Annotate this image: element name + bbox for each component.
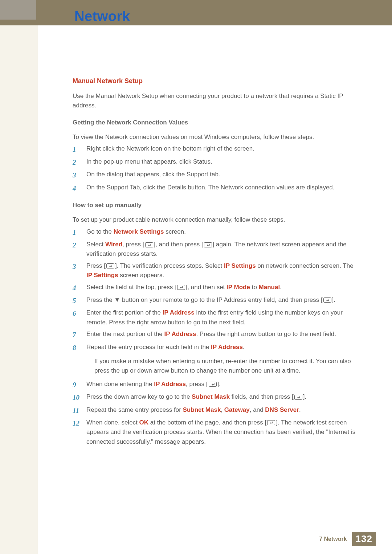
text-fragment: , press [ <box>186 381 208 387</box>
step-number: 10 <box>73 392 82 403</box>
list-item: 3 Press []. The verification process sto… <box>73 261 359 280</box>
step-text: Enter the next portion of the IP Address… <box>86 329 359 339</box>
enter-icon <box>145 242 153 247</box>
chapter-title: Network <box>74 9 130 24</box>
subsection-heading-1: Getting the Network Connection Values <box>73 118 359 127</box>
svg-rect-2 <box>106 264 114 268</box>
text-fragment: Select <box>86 241 105 248</box>
steps-list-2: 1 Go to the Network Settings screen. 2 S… <box>73 227 359 353</box>
keyword: Network Settings <box>114 228 164 235</box>
step-number: 3 <box>73 170 82 180</box>
list-item: 10 Press the down arrow key to go to the… <box>73 392 359 403</box>
text-fragment: Press [ <box>86 262 106 269</box>
step-number: 4 <box>73 183 82 193</box>
keyword: Manual <box>259 284 280 291</box>
text-fragment: Select the field at the top, press [ <box>86 284 176 291</box>
step-number: 2 <box>73 240 82 250</box>
keyword: IP Settings <box>224 262 256 269</box>
step-text: In the pop-up menu that appears, click S… <box>86 157 359 167</box>
list-item: 12 When done, select OK at the bottom of… <box>73 418 359 447</box>
enter-icon <box>323 297 331 303</box>
intro-para: Use the Manual Network Setup when connec… <box>73 91 359 111</box>
keyword: Gateway <box>224 406 250 413</box>
header-bar <box>0 0 392 25</box>
keyword: IP Settings <box>86 272 118 279</box>
text-fragment: When done entering the <box>86 381 154 387</box>
keyword: IP Address <box>163 309 195 316</box>
step-text: Press the ▼ button on your remote to go … <box>86 295 359 305</box>
section-heading: Manual Network Setup <box>73 76 359 86</box>
svg-rect-4 <box>323 298 331 303</box>
svg-rect-3 <box>177 285 185 290</box>
keyword: IP Address <box>211 344 243 350</box>
text-fragment: ], and then set <box>186 284 226 291</box>
step-text: Press the down arrow key to go to the Su… <box>86 392 359 402</box>
svg-rect-5 <box>209 382 216 387</box>
text-fragment: ]. <box>303 393 306 400</box>
step-number: 1 <box>73 227 82 238</box>
list-item: 2 Select Wired, press [], and then press… <box>73 240 359 259</box>
keyword: Subnet Mask <box>192 393 230 400</box>
text-fragment: . <box>280 284 282 291</box>
list-item: 4 Select the field at the top, press [],… <box>73 283 359 293</box>
text-fragment: ], and then press [ <box>154 241 203 248</box>
step-number: 5 <box>73 295 82 306</box>
text-fragment: Press the ▼ button on your remote to go … <box>86 296 323 303</box>
list-item: 2In the pop-up menu that appears, click … <box>73 157 359 168</box>
step-number: 1 <box>73 144 82 155</box>
text-fragment: . <box>299 406 301 413</box>
text-fragment: Press the down arrow key to go to the <box>86 393 192 400</box>
text-fragment: fields, and then press [ <box>230 393 294 400</box>
step-number: 7 <box>73 329 82 340</box>
text-fragment: When done, select <box>86 419 139 426</box>
enter-icon <box>204 242 212 247</box>
keyword: DNS Server <box>265 406 299 413</box>
list-item: 4On the Support Tab, click the Details b… <box>73 183 359 193</box>
step-text: Press []. The verification process stops… <box>86 261 359 280</box>
list-item: 11 Repeat the same entry process for Sub… <box>73 405 359 416</box>
svg-rect-0 <box>145 242 153 247</box>
text-fragment: , press [ <box>122 241 144 248</box>
step-text: Repeat the same entry process for Subnet… <box>86 405 359 415</box>
left-margin-strip <box>0 25 38 554</box>
steps-list-1: 1Right click the Network icon on the bot… <box>73 144 359 193</box>
list-item: 5 Press the ▼ button on your remote to g… <box>73 295 359 306</box>
keyword: IP Mode <box>226 284 250 291</box>
list-item: 3On the dialog that appears, click the S… <box>73 170 359 180</box>
svg-rect-1 <box>204 242 212 247</box>
step-text: On the dialog that appears, click the Su… <box>86 170 359 179</box>
page-content: Manual Network Setup Use the Manual Netw… <box>73 76 359 449</box>
step-text: Enter the first portion of the IP Addres… <box>86 308 359 327</box>
text-fragment: . <box>243 344 245 350</box>
step-number: 3 <box>73 261 82 272</box>
note-para: If you make a mistake when entering a nu… <box>94 357 359 376</box>
text-fragment: ]. <box>217 381 221 387</box>
sub2-para: To set up your product cable network con… <box>73 215 359 225</box>
step-text: When done entering the IP Address, press… <box>86 379 359 389</box>
list-item: 9 When done entering the IP Address, pre… <box>73 379 359 390</box>
text-fragment: to <box>250 284 259 291</box>
enter-icon <box>106 263 114 268</box>
svg-rect-6 <box>294 395 302 399</box>
list-item: 7 Enter the next portion of the IP Addre… <box>73 329 359 340</box>
enter-icon <box>267 420 275 425</box>
step-text: When done, select OK at the bottom of th… <box>86 418 359 447</box>
list-item: 1Right click the Network icon on the bot… <box>73 144 359 155</box>
step-number: 2 <box>73 157 82 168</box>
tab-block <box>0 0 36 20</box>
step-text: On the Support Tab, click the Details bu… <box>86 183 359 192</box>
step-number: 4 <box>73 283 82 293</box>
steps-list-2-cont: 9 When done entering the IP Address, pre… <box>73 379 359 447</box>
enter-icon <box>209 382 217 387</box>
subsection-heading-2: How to set up manually <box>73 201 359 210</box>
text-fragment: ]. <box>332 296 335 303</box>
text-fragment: , <box>221 406 224 413</box>
text-fragment: , and <box>250 406 265 413</box>
enter-icon <box>294 395 302 400</box>
svg-rect-7 <box>268 420 275 425</box>
text-fragment: screen appears. <box>118 272 164 279</box>
text-fragment: ]. The verification process stops. Selec… <box>115 262 224 269</box>
list-item: 8 Repeat the entry process for each fiel… <box>73 342 359 353</box>
keyword: IP Address <box>154 381 186 387</box>
sub1-para: To view the Network connection values on… <box>73 132 359 142</box>
